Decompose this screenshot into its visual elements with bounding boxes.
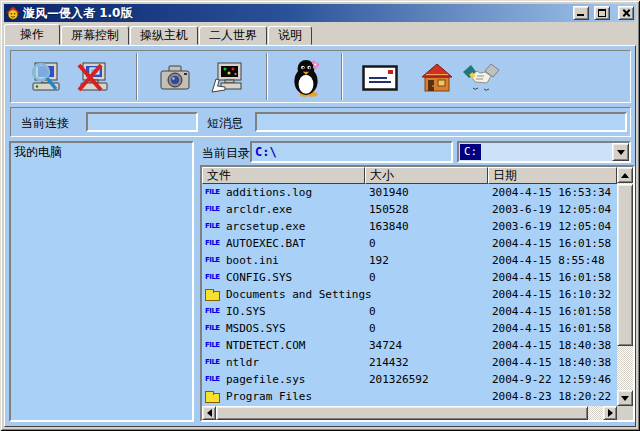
scroll-down-button[interactable] — [617, 390, 633, 406]
table-row[interactable]: FILE arcldr.exe 150528 2003-6-19 12:05:0… — [202, 201, 617, 218]
arrow-left-icon — [207, 409, 212, 417]
table-row[interactable]: FILE AUTOEXEC.BAT 0 2004-4-15 16:01:58 — [202, 235, 617, 252]
table-row[interactable]: FILE MSDOS.SYS 0 2004-4-15 16:01:58 — [202, 320, 617, 337]
arrow-right-icon — [608, 409, 613, 417]
file-date: 2004-9-22 12:59:46 — [492, 371, 611, 388]
app-window: 漩风—侵入者 1.0版 操作 屏幕控制 操纵主机 二人世界 说明 — [0, 0, 640, 431]
current-path-input[interactable] — [250, 141, 453, 163]
arrow-up-icon — [621, 173, 629, 178]
folder-icon — [205, 291, 220, 301]
file-badge: FILE — [205, 274, 220, 281]
file-size: 214432 — [369, 354, 409, 371]
file-badge: FILE — [205, 359, 220, 366]
tab-label: 操作 — [20, 26, 44, 43]
search-computer-icon[interactable] — [27, 60, 63, 96]
file-table-header: 文件 大小 日期 — [202, 167, 617, 184]
file-name: IO.SYS — [226, 303, 266, 320]
file-size: 0 — [369, 303, 376, 320]
file-date: 2003-6-19 12:05:04 — [492, 201, 611, 218]
file-badge: FILE — [205, 223, 220, 230]
file-table: 文件 大小 日期 FILE additions.log 301940 2004-… — [200, 165, 635, 422]
toolbar-divider — [341, 53, 343, 100]
file-name: pagefile.sys — [226, 371, 305, 388]
file-badge: FILE — [205, 308, 220, 315]
message-label: 短消息 — [207, 115, 243, 132]
column-header-file[interactable]: 文件 — [202, 167, 365, 184]
home-icon[interactable] — [419, 60, 455, 96]
column-header-size[interactable]: 大小 — [365, 167, 488, 184]
connection-bar: 当前连接 短消息 — [10, 107, 631, 137]
connection-input[interactable] — [86, 112, 198, 132]
scrollbar-thumb[interactable] — [617, 184, 633, 346]
scroll-left-button[interactable] — [202, 406, 216, 420]
file-name: arcsetup.exe — [226, 218, 305, 235]
table-row[interactable]: Documents and Settings 2004-4-15 16:10:3… — [202, 286, 617, 303]
tab-help[interactable]: 说明 — [268, 26, 312, 45]
horizontal-scrollbar[interactable] — [202, 406, 617, 420]
table-row[interactable]: FILE NTDETECT.COM 34724 2004-4-15 18:40:… — [202, 337, 617, 354]
file-list: FILE additions.log 301940 2004-4-15 16:5… — [202, 184, 617, 406]
file-date: 2004-4-15 16:01:58 — [492, 303, 611, 320]
file-name: Documents and Settings — [226, 286, 372, 303]
file-badge: FILE — [205, 257, 220, 264]
column-header-date[interactable]: 日期 — [488, 167, 617, 184]
message-input[interactable] — [255, 112, 627, 132]
file-badge: FILE — [205, 240, 220, 247]
scroll-up-button[interactable] — [617, 167, 633, 183]
file-badge: FILE — [205, 206, 220, 213]
combobox-dropdown-button[interactable] — [612, 143, 629, 161]
file-name: ntldr — [226, 354, 259, 371]
file-name: additions.log — [226, 184, 312, 201]
minimize-button[interactable] — [573, 6, 589, 20]
file-name: boot.ini — [226, 252, 279, 269]
table-row[interactable]: Program Files 2004-8-23 18:20:22 — [202, 388, 617, 405]
table-row[interactable]: FILE CONFIG.SYS 0 2004-4-15 16:01:58 — [202, 269, 617, 286]
file-name: AUTOEXEC.BAT — [226, 235, 305, 252]
file-badge: FILE — [205, 189, 220, 196]
title-bar: 漩风—侵入者 1.0版 — [4, 4, 636, 22]
file-date: 2003-6-19 12:05:04 — [492, 218, 611, 235]
directory-label: 当前目录 — [202, 145, 250, 162]
tab-control-host[interactable]: 操纵主机 — [130, 26, 198, 45]
drive-combobox[interactable]: C: — [457, 141, 631, 163]
tab-label: 操纵主机 — [140, 27, 188, 44]
file-date: 2004-4-15 16:01:58 — [492, 235, 611, 252]
disconnect-computer-icon[interactable] — [75, 60, 111, 96]
close-button[interactable] — [618, 6, 634, 20]
tab-operations[interactable]: 操作 — [4, 24, 60, 45]
file-badge: FILE — [205, 376, 220, 383]
file-date: 2004-4-15 16:53:34 — [492, 184, 611, 201]
arrow-down-icon — [621, 396, 629, 401]
table-row[interactable]: FILE ntldr 214432 2004-4-15 18:40:38 — [202, 354, 617, 371]
file-badge: FILE — [205, 342, 220, 349]
file-size: 163840 — [369, 218, 409, 235]
file-date: 2004-4-15 16:01:58 — [492, 269, 611, 286]
camera-icon[interactable] — [157, 60, 193, 96]
remote-control-icon[interactable] — [208, 60, 244, 96]
table-row[interactable]: FILE IO.SYS 0 2004-4-15 16:01:58 — [202, 303, 617, 320]
tree-item-my-computer[interactable]: 我的电脑 — [14, 145, 62, 159]
mail-icon[interactable] — [362, 60, 398, 96]
handshake-icon[interactable] — [461, 60, 501, 96]
maximize-button[interactable] — [594, 6, 610, 20]
toolbar — [10, 50, 631, 103]
file-size: 192 — [369, 252, 389, 269]
file-name: CONFIG.SYS — [226, 269, 292, 286]
scroll-right-button[interactable] — [603, 406, 617, 420]
scrollbar-thumb[interactable] — [216, 406, 588, 420]
table-row[interactable]: FILE arcsetup.exe 163840 2003-6-19 12:05… — [202, 218, 617, 235]
tab-content: 当前连接 短消息 我的电脑 当前目录 C: 文件 大小 日期 FILE addi… — [4, 45, 636, 427]
file-name: arcldr.exe — [226, 201, 292, 218]
chevron-down-icon — [617, 150, 625, 155]
penguin-icon[interactable] — [287, 58, 325, 98]
vertical-scrollbar[interactable] — [617, 167, 633, 406]
file-size: 0 — [369, 235, 376, 252]
table-row[interactable]: FILE boot.ini 192 2004-4-15 8:55:48 — [202, 252, 617, 269]
tab-bar: 操作 屏幕控制 操纵主机 二人世界 说明 — [4, 24, 636, 45]
tab-two-person-world[interactable]: 二人世界 — [199, 26, 267, 45]
tab-screen-control[interactable]: 屏幕控制 — [61, 26, 129, 45]
table-row[interactable]: FILE additions.log 301940 2004-4-15 16:5… — [202, 184, 617, 201]
computer-tree: 我的电脑 — [9, 141, 194, 422]
table-row[interactable]: FILE pagefile.sys 201326592 2004-9-22 12… — [202, 371, 617, 388]
tab-label: 屏幕控制 — [71, 27, 119, 44]
